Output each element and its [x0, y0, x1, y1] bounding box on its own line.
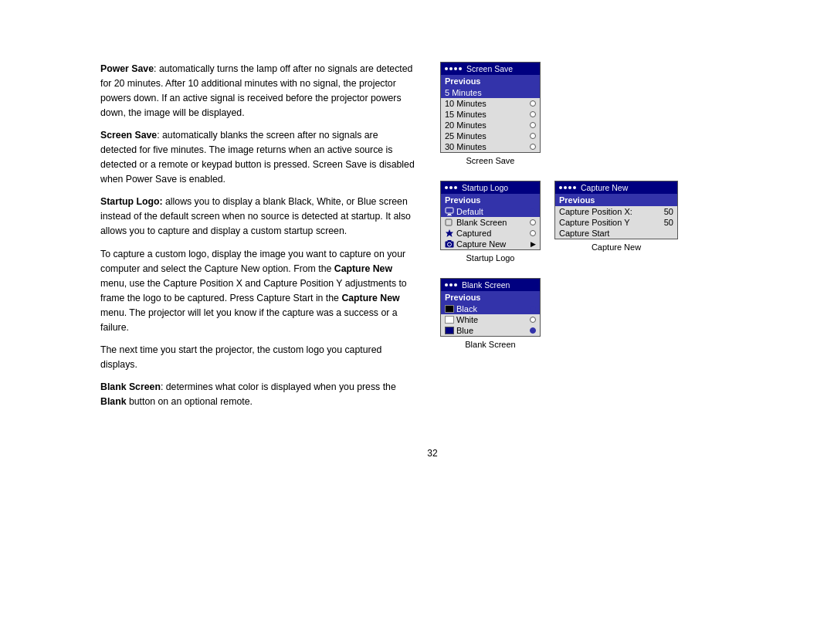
radio-0: [530, 90, 536, 96]
blank-screen-title-bar: Blank Screen: [441, 279, 540, 291]
computer-icon: [445, 207, 454, 216]
startup-radio-0: [530, 208, 536, 215]
capture-x-value: 50: [664, 207, 673, 216]
arrow-right-icon: ▶: [531, 240, 536, 248]
startup-dots: [445, 186, 457, 189]
dot-c1: [559, 186, 562, 189]
screen-save-item-3[interactable]: 20 Minutes: [441, 120, 540, 130]
screen-save-bold: Screen Save: [100, 130, 157, 141]
dot4: [459, 67, 462, 70]
screen-save-label: Screen Save: [440, 156, 541, 165]
screen-save-item-4[interactable]: 25 Minutes: [441, 130, 540, 141]
capture-new-block: Capture New Previous Capture Position X:…: [554, 181, 678, 252]
svg-rect-1: [448, 214, 451, 215]
blank-screen-title-text: Blank Screen: [462, 280, 510, 290]
blank-screen-widget: Blank Screen Previous Black White: [440, 278, 541, 337]
capture-new-label: Capture New: [554, 242, 678, 252]
dot3: [454, 67, 457, 70]
screen-save-widget: Screen Save Previous 5 Minutes 10 Minute…: [440, 62, 541, 153]
blank-radio-2: [530, 327, 536, 334]
startup-logo-bold: Startup Logo:: [100, 196, 163, 207]
startup-logo-label: Startup Logo: [440, 253, 541, 263]
capture-para: To capture a custom logo, display the im…: [100, 247, 417, 335]
dot-b3: [454, 283, 457, 286]
svg-rect-7: [448, 240, 452, 242]
startup-logo-item-2[interactable]: Captured: [441, 228, 540, 239]
screen-save-row: Screen Save Previous 5 Minutes 10 Minute…: [440, 62, 764, 165]
capture-y-value: 50: [664, 218, 673, 227]
dot-b1: [445, 283, 448, 286]
svg-rect-2: [447, 215, 452, 216]
capture-new-widget: Capture New Previous Capture Position X:…: [554, 181, 678, 239]
startup-logo-previous[interactable]: Previous: [441, 194, 540, 206]
capture-new-title-bar: Capture New: [555, 181, 677, 194]
startup-logo-item-1[interactable]: Blank Screen: [441, 217, 540, 228]
screen-save-dots: [445, 67, 462, 70]
dot-c2: [564, 186, 567, 189]
svg-marker-4: [446, 229, 453, 237]
screen-save-item-5[interactable]: 30 Minutes: [441, 141, 540, 152]
radio-5: [530, 144, 536, 150]
blank-screen-text: : determines what color is displayed whe…: [161, 381, 396, 392]
screen-save-para: Screen Save: automatically blanks the sc…: [100, 128, 417, 187]
radio-1: [530, 100, 536, 107]
screen-save-item-2[interactable]: 15 Minutes: [441, 109, 540, 120]
blank-radio-1: [530, 317, 536, 323]
capture-new-title-text: Capture New: [581, 183, 628, 192]
dot-c3: [568, 186, 571, 189]
blank-screen-item-1[interactable]: White: [441, 314, 540, 325]
page-number: 32: [100, 448, 764, 459]
next-time-para: The next time you start the projector, t…: [100, 343, 417, 372]
power-save-bold: Power Save: [100, 63, 154, 74]
text-column: Power Save: automatically turns the lamp…: [100, 62, 417, 417]
blank-screen-row: Blank Screen Previous Black White: [440, 278, 764, 349]
blank-dots: [445, 283, 457, 286]
blank-bold-end: Blank: [100, 396, 127, 407]
startup-capture-row: Startup Logo Previous Default: [440, 181, 764, 263]
startup-radio-1: [530, 219, 536, 225]
dot-s1: [445, 186, 448, 189]
startup-logo-widget: Startup Logo Previous Default: [440, 181, 541, 250]
radio-2: [530, 111, 536, 117]
blue-color-box: [445, 327, 454, 334]
blank-screen-item-0[interactable]: Black: [441, 303, 540, 314]
dot1: [445, 67, 448, 70]
screen-save-item-0[interactable]: 5 Minutes: [441, 87, 540, 98]
capture-new-bold1: Capture New: [334, 263, 392, 274]
capture-new-item-0[interactable]: Capture Position X: 50: [555, 206, 677, 217]
blank-screen-label: Blank Screen: [440, 340, 541, 349]
blank-screen-para: Blank Screen: determines what color is d…: [100, 380, 417, 409]
blank-screen-block: Blank Screen Previous Black White: [440, 278, 541, 349]
blank-screen-previous[interactable]: Previous: [441, 291, 540, 303]
screen-save-item-1[interactable]: 10 Minutes: [441, 98, 540, 109]
capture-dots: [559, 186, 576, 189]
startup-logo-item-3[interactable]: Capture New ▶: [441, 239, 540, 249]
screen-save-title-bar: Screen Save: [441, 63, 540, 75]
startup-radio-2: [530, 230, 536, 236]
capture-new-previous[interactable]: Previous: [555, 194, 677, 206]
capture-new-item-1[interactable]: Capture Position Y 50: [555, 217, 677, 228]
screen-save-title-text: Screen Save: [466, 64, 513, 73]
svg-rect-3: [446, 219, 452, 225]
white-color-box: [445, 316, 454, 324]
startup-logo-block: Startup Logo Previous Default: [440, 181, 541, 263]
dot2: [449, 67, 453, 70]
blank-screen-item-2[interactable]: Blue: [441, 325, 540, 336]
startup-logo-title-text: Startup Logo: [462, 183, 508, 192]
capture-new-item-2[interactable]: Capture Start: [555, 228, 677, 239]
content-wrapper: Power Save: automatically turns the lamp…: [100, 62, 764, 417]
startup-logo-para: Startup Logo: allows you to display a bl…: [100, 195, 417, 239]
dot-c4: [573, 186, 576, 189]
black-color-box: [445, 305, 454, 313]
svg-rect-0: [446, 208, 453, 213]
page: Power Save: automatically turns the lamp…: [0, 0, 834, 505]
dot-s2: [449, 186, 453, 189]
startup-logo-item-0[interactable]: Default: [441, 206, 540, 217]
startup-logo-title-bar: Startup Logo: [441, 181, 540, 194]
radio-3: [530, 122, 536, 128]
screen-save-previous[interactable]: Previous: [441, 75, 540, 87]
star-icon: [445, 229, 454, 238]
blank-text-end: button on an optional remote.: [127, 396, 253, 407]
next-time-text: The next time you start the projector, t…: [100, 344, 381, 370]
ui-column: Screen Save Previous 5 Minutes 10 Minute…: [440, 62, 764, 417]
